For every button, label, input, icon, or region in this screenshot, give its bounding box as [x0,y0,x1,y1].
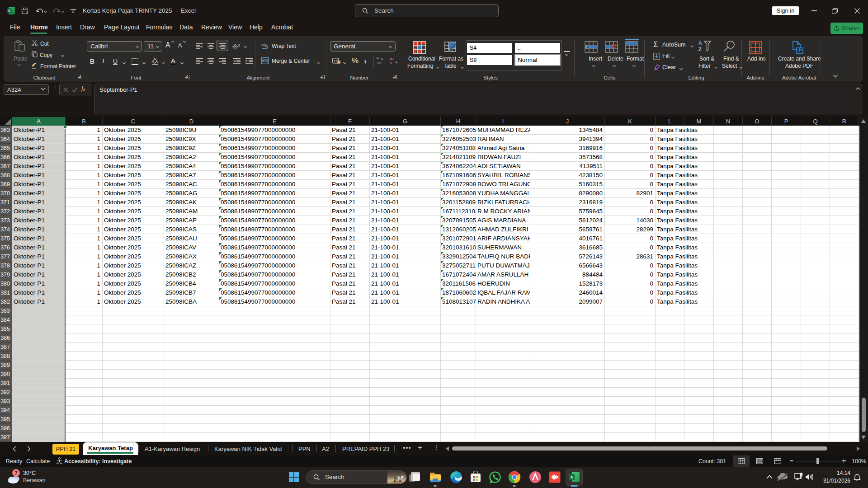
svg-text:Z: Z [698,47,702,52]
svg-text:ab: ab [232,42,238,50]
svg-text:x: x [571,474,573,479]
svg-text:.00: .00 [377,61,381,65]
svg-text:A: A [698,40,702,46]
svg-text:.0: .0 [389,61,392,65]
svg-text:X: X [8,9,11,13]
